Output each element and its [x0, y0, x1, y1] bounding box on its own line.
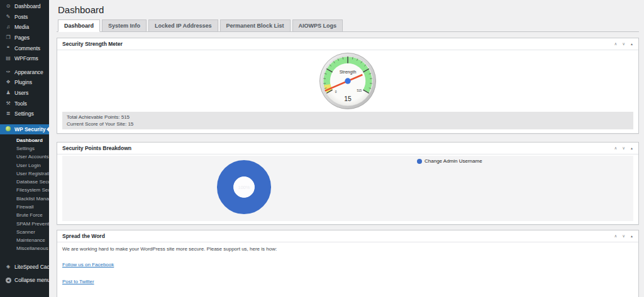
sidebar-item-label: Appearance [14, 69, 43, 75]
sidebar-item-pages[interactable]: ❐ Pages [0, 33, 49, 43]
strength-summary-box: Total Achievable Points: 515 Current Sco… [62, 112, 633, 129]
submenu-item-dashboard[interactable]: Dashboard [0, 136, 49, 144]
move-up-icon[interactable]: ∧ [614, 146, 618, 151]
sidebar-item-label: Tools [14, 100, 27, 107]
sidebar-item-litespeed-cache[interactable]: ◈ LiteSpeed Cache [0, 261, 49, 272]
collapse-arrow-icon: ◀ [6, 278, 11, 283]
tab-locked-ip-addresses[interactable]: Locked IP Addresses [148, 19, 218, 32]
menu-separator [0, 254, 49, 261]
sidebar-item-label: Users [14, 90, 28, 96]
gauge-container: Strength 0 515 15 [57, 50, 638, 112]
collapse-menu-label: Collapse menu [14, 277, 50, 283]
users-icon: ♟ [5, 90, 11, 95]
submenu-item-scanner[interactable]: Scanner [0, 228, 49, 236]
submenu-item-database-security[interactable]: Database Security [0, 178, 49, 186]
chart-legend: Change Admin Username [417, 158, 482, 164]
wordpress-admin-dashboard: ⊙ Dashboard ✎ Posts ♫ Media ❐ Pages ❝ Co… [0, 0, 644, 297]
menu-separator [0, 119, 49, 124]
submenu-item-user-accounts[interactable]: User Accounts [0, 153, 49, 161]
wpforms-icon: ▤ [5, 56, 11, 61]
sidebar-item-users[interactable]: ♟ Users [0, 88, 49, 99]
sidebar-item-dashboard[interactable]: ⊙ Dashboard [0, 1, 49, 12]
legend-color-dot [417, 159, 422, 164]
move-down-icon[interactable]: ∨ [622, 42, 625, 46]
submenu-item-filesystem-security[interactable]: Filesystem Security [0, 186, 49, 195]
sidebar-item-settings[interactable]: ≣ Settings [0, 109, 49, 119]
litespeed-icon: ◈ [5, 264, 11, 269]
page-title: Dashboard [58, 4, 639, 15]
sidebar-item-label: LiteSpeed Cache [14, 264, 55, 270]
security-points-donut-chart: 100% [215, 158, 273, 216]
panel-header: Security Strength Meter ∧ ∨ ▲ [57, 38, 638, 50]
submenu-item-brute-force[interactable]: Brute Force [0, 212, 49, 220]
sidebar-item-tools[interactable]: ⚒ Tools [0, 98, 49, 109]
sidebar-item-label: Comments [14, 45, 40, 51]
security-strength-gauge: Strength 0 515 15 [318, 51, 377, 111]
sidebar-item-media[interactable]: ♫ Media [0, 22, 49, 33]
gauge-hub [345, 78, 350, 84]
spread-the-word-body: We are working hard to make your WordPre… [57, 242, 638, 297]
submenu-item-blacklist-manager[interactable]: Blacklist Manager [0, 195, 49, 203]
sidebar-item-label: Pages [14, 35, 30, 41]
wp-security-submenu: Dashboard Settings User Accounts User Lo… [0, 134, 49, 254]
tab-aiowps-logs[interactable]: AIOWPS Logs [292, 19, 343, 32]
pages-icon: ❐ [5, 35, 11, 40]
sidebar-item-plugins[interactable]: ❖ Plugins [0, 77, 49, 88]
panel-security-strength-meter: Security Strength Meter ∧ ∨ ▲ [57, 38, 639, 134]
submenu-item-user-login[interactable]: User Login [0, 161, 49, 170]
submenu-item-spam-prevention[interactable]: SPAM Prevention [0, 220, 49, 228]
sidebar-item-label: Dashboard [14, 3, 41, 9]
panel-title: Spread the Word [62, 233, 105, 239]
sidebar-item-wpforms[interactable]: ▤ WPForms [0, 53, 49, 64]
panel-title: Security Strength Meter [62, 41, 123, 47]
post-twitter-link[interactable]: Post to Twitter [62, 279, 94, 284]
submenu-item-settings[interactable]: Settings [0, 144, 49, 153]
panel-security-points-breakdown: Security Points Breakdown ∧ ∨ ▲ 100% Cha… [57, 142, 639, 225]
total-points-text: Total Achievable Points: 515 [67, 114, 629, 121]
submenu-item-firewall[interactable]: Firewall [0, 203, 49, 212]
sidebar-item-comments[interactable]: ❝ Comments [0, 43, 49, 53]
main-content: Dashboard Dashboard System Info Locked I… [49, 0, 644, 297]
move-down-icon[interactable]: ∨ [622, 146, 625, 151]
posts-icon: ✎ [5, 14, 11, 19]
current-score-text: Current Score of Your Site: 15 [67, 121, 629, 127]
toggle-panel-icon[interactable]: ▲ [630, 147, 633, 150]
toggle-panel-icon[interactable]: ▲ [630, 43, 633, 46]
follow-facebook-link[interactable]: Follow us on Facebook [62, 262, 114, 267]
donut-slice-label: 100% [238, 185, 250, 190]
plugins-icon: ❖ [5, 80, 11, 85]
sidebar-item-label: Settings [14, 111, 34, 117]
tab-dashboard[interactable]: Dashboard [58, 19, 100, 32]
sidebar-item-posts[interactable]: ✎ Posts [0, 12, 49, 23]
collapse-menu-button[interactable]: ◀ Collapse menu [0, 275, 49, 286]
admin-sidebar: ⊙ Dashboard ✎ Posts ♫ Media ❐ Pages ❝ Co… [0, 0, 49, 297]
submenu-item-user-registration[interactable]: User Registration [0, 170, 49, 178]
submenu-item-miscellaneous[interactable]: Miscellaneous [0, 245, 49, 253]
gauge-max-label: 515 [357, 89, 362, 92]
move-up-icon[interactable]: ∧ [614, 42, 618, 46]
spread-intro-text: We are working hard to make your WordPre… [62, 246, 633, 252]
sidebar-item-wp-security[interactable]: WP Security [0, 124, 49, 135]
gauge-title: Strength [340, 70, 357, 75]
move-up-icon[interactable]: ∧ [614, 234, 618, 239]
dashboard-icon: ⊙ [5, 4, 11, 9]
toggle-panel-icon[interactable]: ▲ [630, 235, 633, 238]
submenu-item-maintenance[interactable]: Maintenance [0, 237, 49, 245]
settings-icon: ≣ [5, 111, 11, 116]
tools-icon: ⚒ [5, 101, 11, 106]
wp-security-shield-icon [6, 126, 11, 131]
gauge-value: 15 [344, 95, 352, 102]
move-down-icon[interactable]: ∨ [622, 234, 625, 239]
sidebar-item-label: WP Security [14, 126, 45, 132]
appearance-icon: ✑ [5, 70, 11, 75]
tab-bar: Dashboard System Info Locked IP Addresse… [57, 19, 639, 32]
sidebar-item-label: Posts [14, 14, 28, 20]
panel-header: Security Points Breakdown ∧ ∨ ▲ [57, 143, 638, 154]
sidebar-item-appearance[interactable]: ✑ Appearance [0, 67, 49, 78]
sidebar-item-label: Plugins [14, 79, 32, 85]
tab-permanent-block-list[interactable]: Permanent Block List [220, 19, 291, 32]
breakdown-chart-area: 100% Change Admin Username [62, 156, 633, 221]
tab-system-info[interactable]: System Info [102, 19, 147, 32]
sidebar-item-label: WPForms [14, 55, 38, 62]
media-icon: ♫ [5, 24, 11, 30]
